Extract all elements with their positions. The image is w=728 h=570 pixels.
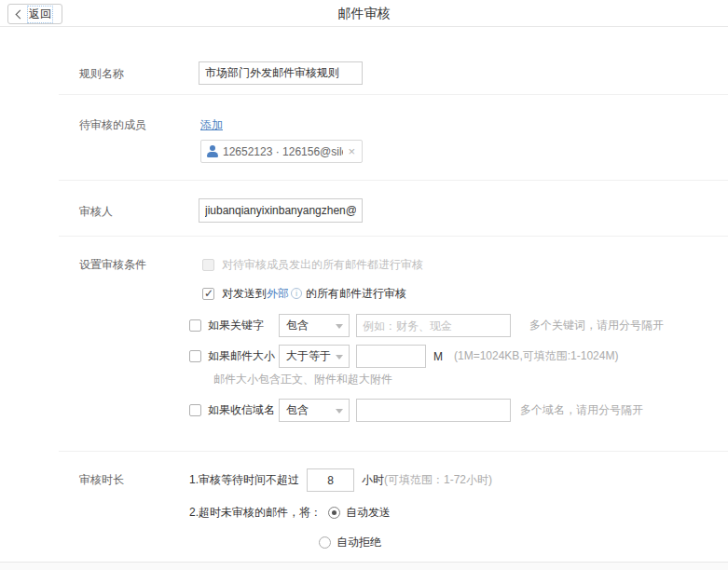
condition-all-outgoing-row: 对待审核成员发出的所有邮件都进行审核 (202, 258, 423, 271)
auto-reject-radio[interactable] (319, 536, 331, 549)
external-text-after: 的所有邮件进行审核 (306, 286, 406, 302)
mail-size-note: 邮件大小包含正文、附件和超大附件 (213, 373, 392, 386)
reviewer-label: 审核人 (79, 205, 113, 218)
wait-hours-input[interactable] (307, 468, 354, 492)
member-tag-text: 12652123 · 126156@silencey... (223, 145, 343, 158)
domain-checkbox[interactable] (189, 404, 201, 416)
mail-size-text: 如果邮件大小 (208, 348, 275, 364)
member-tag: 12652123 · 126156@silencey... × (200, 140, 363, 163)
page-title: 邮件审核 (0, 0, 728, 27)
mail-size-checkbox[interactable] (189, 350, 201, 362)
chevron-down-icon (336, 355, 343, 360)
divider (59, 94, 728, 95)
auto-reject-row: 自动拒绝 (319, 536, 381, 549)
keyword-operator-select[interactable]: 包含 (279, 314, 350, 337)
divider (59, 451, 728, 452)
external-text-before: 对发送到 (222, 286, 267, 302)
chevron-down-icon (336, 324, 343, 329)
footer-strip (0, 563, 728, 570)
chevron-down-icon (336, 409, 343, 414)
back-button[interactable]: 返回 (7, 4, 62, 24)
email-review-page: 邮件审核 返回 规则名称 待审核的成员 添加 12652123 · 126156… (0, 0, 728, 570)
domain-input[interactable] (356, 399, 511, 422)
wait-time-row: 1.审核等待时间不超过 小时(可填范围：1-72小时) (189, 468, 492, 492)
condition-domain-row: 如果收信域名 包含 多个域名，请用分号隔开 (189, 399, 643, 422)
condition-size-row: 如果邮件大小 大于等于 M (1M=1024KB,可填范围:1-1024M) (189, 345, 618, 368)
divider (59, 180, 728, 181)
mail-size-operator-select[interactable]: 大于等于 (279, 345, 350, 368)
keyword-operator-value: 包含 (286, 318, 309, 333)
auto-send-radio[interactable] (328, 507, 340, 519)
mail-size-input[interactable] (356, 345, 426, 368)
reviewer-input[interactable] (199, 198, 363, 223)
info-icon[interactable]: i (291, 288, 302, 299)
domain-operator-select[interactable]: 包含 (279, 399, 350, 422)
keyword-text: 如果关键字 (208, 318, 264, 333)
external-checkbox[interactable] (202, 288, 214, 300)
wait-time-unit: 小时 (362, 472, 384, 488)
back-chevron-icon (16, 9, 25, 19)
external-link[interactable]: 外部 (267, 286, 289, 302)
timeout-action-text: 2.超时未审核的邮件，将： (189, 505, 322, 521)
mail-size-operator-value: 大于等于 (286, 348, 331, 364)
conditions-label: 设置审核条件 (79, 258, 146, 271)
auto-send-label: 自动发送 (346, 505, 391, 521)
condition-external-row: 对发送到 外部 i 的所有邮件进行审核 (202, 287, 406, 300)
wait-time-text: 1.审核等待时间不超过 (189, 472, 299, 488)
keyword-checkbox[interactable] (189, 319, 201, 332)
domain-text: 如果收信域名 (208, 402, 275, 418)
members-label: 待审核的成员 (79, 118, 146, 131)
wait-time-hint: (可填范围：1-72小时) (384, 472, 492, 488)
domain-hint: 多个域名，请用分号隔开 (520, 402, 643, 418)
remove-member-icon[interactable]: × (348, 144, 355, 158)
all-outgoing-text: 对待审核成员发出的所有邮件都进行审核 (222, 257, 423, 273)
rule-name-input[interactable] (199, 61, 363, 85)
all-outgoing-checkbox[interactable] (202, 259, 214, 271)
auto-reject-label: 自动拒绝 (337, 535, 381, 550)
duration-label: 审核时长 (79, 473, 124, 486)
mail-size-hint: (1M=1024KB,可填范围:1-1024M) (454, 348, 618, 364)
condition-keyword-row: 如果关键字 包含 多个关键词，请用分号隔开 (189, 314, 664, 337)
timeout-action-row: 2.超时未审核的邮件，将： 自动发送 (189, 506, 391, 519)
back-button-label: 返回 (27, 6, 53, 23)
add-member-link[interactable]: 添加 (200, 117, 223, 133)
keyword-input[interactable] (356, 314, 511, 337)
domain-operator-value: 包含 (286, 402, 309, 418)
divider (59, 236, 728, 237)
person-icon (207, 145, 218, 157)
rule-name-label: 规则名称 (79, 67, 124, 80)
mail-size-unit: M (433, 350, 443, 363)
header-bar: 邮件审核 返回 (0, 0, 728, 27)
keyword-hint: 多个关键词，请用分号隔开 (529, 318, 664, 333)
